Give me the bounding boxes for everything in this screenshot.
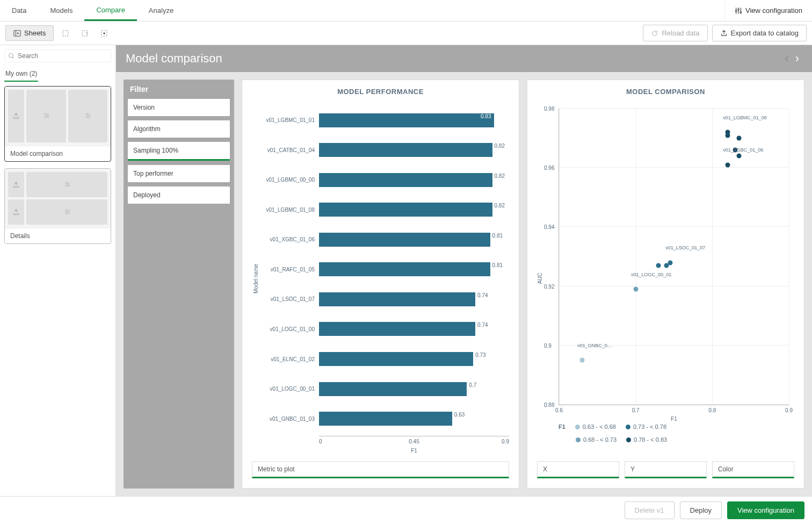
bar-row[interactable]: v01_LGBMC_01_08 0.82 bbox=[260, 200, 509, 219]
scatter-point[interactable] bbox=[725, 162, 730, 167]
bar-row[interactable]: v01_LOGC_01_00 0.74 bbox=[260, 320, 509, 338]
scatter-xtick: 0.6 bbox=[555, 407, 563, 413]
scatter-y-control[interactable]: Y bbox=[625, 461, 707, 478]
bar-row[interactable]: v01_XGBC_01_06 0.81 bbox=[260, 231, 509, 249]
bar-chart[interactable]: Model name v01_LGBMC_01_01 0.83v01_CATBC… bbox=[252, 103, 509, 454]
bar-row[interactable]: v01_RAFC_01_05 0.81 bbox=[260, 260, 509, 278]
export-data-button[interactable]: Export data to catalog bbox=[712, 25, 807, 41]
chart-panel-performance: MODEL PERFORMANCE Model name v01_LGBMC_0… bbox=[242, 80, 519, 489]
bar-xlabel: F1 bbox=[319, 448, 509, 454]
scatter-ytick: 0.92 bbox=[544, 283, 554, 289]
sheets-label: Sheets bbox=[24, 29, 46, 37]
bar-category: v01_GNBC_01_03 bbox=[260, 416, 319, 422]
view-config-top[interactable]: View configuration bbox=[724, 0, 812, 21]
sidebar-tab-myown[interactable]: My own (2) bbox=[4, 67, 38, 82]
bar-xtick: 0 bbox=[319, 439, 382, 444]
selection-tool-3[interactable] bbox=[97, 26, 112, 41]
prev-sheet-arrow[interactable]: ‹ bbox=[781, 52, 792, 66]
bar-row[interactable]: v01_CATBC_01_04 0.82 bbox=[260, 141, 509, 159]
bar-xtick: 0.45 bbox=[382, 439, 446, 444]
svg-point-0 bbox=[735, 10, 737, 12]
svg-point-2 bbox=[740, 11, 742, 13]
selection-tool-2[interactable] bbox=[77, 26, 92, 41]
scatter-point[interactable] bbox=[737, 154, 742, 159]
filter-panel: Filter Version Algorithm Sampling 100% T… bbox=[124, 80, 234, 489]
scatter-point[interactable] bbox=[656, 263, 661, 268]
search-input[interactable] bbox=[18, 52, 107, 60]
scatter-chart[interactable]: AUC F1 0.60.70.80.90.880.90.920.940.960.… bbox=[537, 103, 794, 454]
reload-label: Reload data bbox=[662, 29, 699, 37]
bar-value: 0.82 bbox=[495, 173, 505, 179]
deploy-button[interactable]: Deploy bbox=[680, 501, 722, 519]
bar-row[interactable]: v01_LGBMC_01_01 0.83 bbox=[260, 111, 509, 130]
bar-category: v01_LGBMC_01_01 bbox=[260, 117, 319, 123]
next-sheet-arrow[interactable]: › bbox=[792, 52, 802, 66]
reload-data-button[interactable]: Reload data bbox=[643, 25, 707, 41]
bar-row[interactable]: v01_GNBC_01_03 0.63 bbox=[260, 410, 509, 428]
scatter-point-label: v01_XGBC_01_06 bbox=[723, 147, 763, 153]
scatter-ytick: 0.98 bbox=[544, 106, 554, 112]
scatter-color-control[interactable]: Color bbox=[712, 461, 794, 478]
sidebar: My own (2) Model comparison Details bbox=[0, 45, 116, 496]
tab-compare[interactable]: Compare bbox=[84, 0, 136, 21]
legend-title: F1 bbox=[559, 423, 566, 430]
chart-panel-comparison: MODEL COMPARISON AUC F1 0.60.70.80.90.88… bbox=[527, 80, 804, 489]
scatter-ytick: 0.94 bbox=[544, 224, 554, 230]
filter-sampling[interactable]: Sampling 100% bbox=[128, 142, 230, 161]
scatter-point[interactable] bbox=[579, 358, 584, 363]
top-tabs: Data Models Compare Analyze View configu… bbox=[0, 0, 812, 21]
view-config-button[interactable]: View configuration bbox=[727, 501, 804, 519]
sheets-button[interactable]: Sheets bbox=[5, 25, 54, 41]
bar-value: 0.63 bbox=[454, 412, 465, 418]
legend-label: 0.63 - < 0.68 bbox=[583, 423, 616, 430]
export-icon bbox=[12, 209, 20, 216]
scatter-point[interactable] bbox=[664, 263, 669, 268]
export-icon bbox=[720, 30, 728, 37]
sheet-card-details[interactable]: Details bbox=[4, 168, 111, 244]
sheet-thumb-2 bbox=[5, 169, 111, 228]
sliders-icon bbox=[735, 7, 742, 15]
bar-category: v01_RAFC_01_05 bbox=[260, 267, 319, 272]
selection-tool-1[interactable] bbox=[58, 26, 73, 41]
scatter-point[interactable] bbox=[725, 133, 730, 138]
bar-value: 0.74 bbox=[477, 292, 488, 298]
puzzle-icon bbox=[63, 181, 71, 189]
page-title: Model comparison bbox=[126, 52, 222, 66]
toolbar: Sheets Reload data Export data to catalo… bbox=[0, 21, 812, 45]
scatter-point[interactable] bbox=[737, 136, 742, 141]
filter-top-performer[interactable]: Top performer bbox=[128, 165, 230, 182]
metric-to-plot-control[interactable]: Metric to plot bbox=[252, 461, 509, 478]
tab-models[interactable]: Models bbox=[38, 0, 84, 21]
bar-category: v01_LGBMC_00_00 bbox=[260, 177, 319, 183]
bar-category: v01_ELNC_01_02 bbox=[260, 356, 319, 362]
svg-point-8 bbox=[9, 54, 13, 58]
sheet-card-model-comparison[interactable]: Model comparison bbox=[4, 86, 111, 162]
delete-button[interactable]: Delete v1 bbox=[625, 501, 675, 519]
scatter-point[interactable] bbox=[633, 287, 638, 292]
bar-value: 0.74 bbox=[477, 322, 488, 328]
bar-row[interactable]: v01_LOGC_00_01 0.7 bbox=[260, 380, 509, 398]
bar-row[interactable]: v01_LGBMC_00_00 0.82 bbox=[260, 171, 509, 189]
search-box[interactable] bbox=[4, 49, 111, 62]
legend-label: 0.73 - < 0.78 bbox=[633, 423, 666, 430]
scatter-x-control[interactable]: X bbox=[537, 461, 619, 478]
puzzle-icon bbox=[42, 112, 50, 120]
tab-analyze[interactable]: Analyze bbox=[137, 0, 185, 21]
scatter-ytick: 0.96 bbox=[544, 165, 554, 171]
filter-version[interactable]: Version bbox=[128, 99, 230, 116]
footer: Delete v1 Deploy View configuration bbox=[0, 496, 812, 524]
bar-row[interactable]: v01_LSOC_01_07 0.74 bbox=[260, 290, 509, 308]
tab-data[interactable]: Data bbox=[0, 0, 38, 21]
scatter-point-label: v01_LOGC_00_01 bbox=[631, 272, 671, 277]
sheet-caption-2: Details bbox=[5, 228, 111, 243]
legend-label: 0.68 - < 0.73 bbox=[583, 436, 617, 443]
filter-algorithm[interactable]: Algorithm bbox=[128, 120, 230, 138]
bar-value: 0.81 bbox=[492, 233, 503, 239]
legend-label: 0.78 - < 0.83 bbox=[634, 436, 667, 443]
bar-row[interactable]: v01_ELNC_01_02 0.73 bbox=[260, 350, 509, 368]
filter-deployed[interactable]: Deployed bbox=[128, 186, 230, 204]
bar-category: v01_XGBC_01_06 bbox=[260, 236, 319, 242]
scatter-xtick: 0.9 bbox=[785, 407, 793, 413]
scatter-legend: F1 0.63 - < 0.68 0.73 - < 0.78 0.68 - < … bbox=[559, 423, 789, 443]
bar-value: 0.83 bbox=[481, 113, 491, 119]
